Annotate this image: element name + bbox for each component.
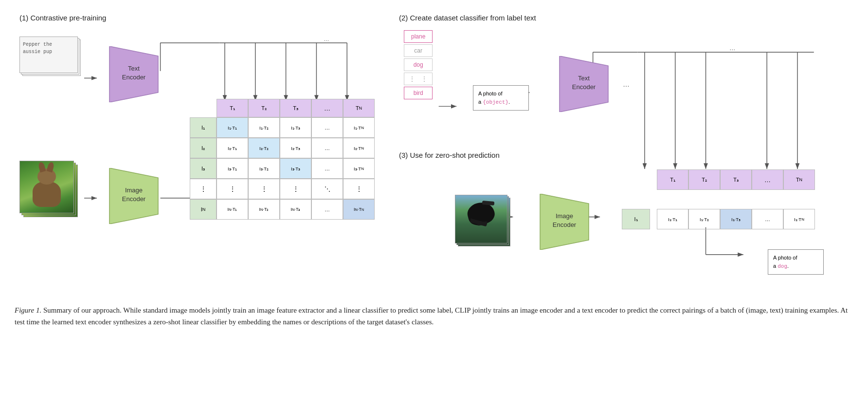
svg-text:Image: Image bbox=[125, 187, 143, 194]
figure-caption: Figure 1. Summary of our approach. While… bbox=[15, 304, 851, 328]
svg-text:Encoder: Encoder bbox=[553, 221, 577, 228]
figure-label: Figure 1. bbox=[15, 306, 41, 314]
caption-text: Summary of our approach. While standard … bbox=[15, 306, 848, 326]
matrix-body: I₁ I₁·T₁ I₁·T₂ I₁·T₃ … I₁·TN I₂ I₂·T₁ I₂… bbox=[217, 117, 375, 220]
svg-text:Encoder: Encoder bbox=[122, 74, 146, 81]
text-encoder-right-dots: … bbox=[623, 80, 630, 88]
bird-image-stack bbox=[455, 195, 512, 247]
diagram-wrapper: … … (1) Contrastive bbox=[15, 10, 853, 297]
svg-text:Encoder: Encoder bbox=[122, 195, 146, 203]
label-list: plane car dog ⋮ ⋮ bird bbox=[404, 30, 433, 101]
svg-text:…: … bbox=[324, 36, 329, 42]
matrix-col-headers: T₁ T₂ T₃ … TN bbox=[217, 99, 375, 117]
svg-text:…: … bbox=[729, 45, 736, 52]
section2-title: (2) Create dataset classifier from label… bbox=[399, 14, 536, 22]
template-box: A photo ofa {object}. bbox=[473, 85, 529, 111]
svg-text:Image: Image bbox=[556, 212, 573, 220]
text-card-content-front: Pepper the aussie pup bbox=[23, 42, 52, 55]
svg-text:Encoder: Encoder bbox=[572, 83, 596, 91]
zeroshot-dot-products: I₁·T₁ I₁·T₂ I₁·T₃ … I₁·TN bbox=[657, 209, 815, 229]
zeroshot-i1-box: I₁ bbox=[622, 209, 650, 229]
image-card-stack bbox=[19, 161, 83, 224]
text-encoder-right: Text Encoder bbox=[550, 56, 618, 114]
result-dog-word: dog bbox=[778, 263, 787, 269]
image-encoder-left: Image Encoder bbox=[100, 168, 168, 226]
zeroshot-t-labels: T₁ T₂ T₃ … TN bbox=[657, 169, 815, 190]
section1-title: (1) Contrastive pre-training bbox=[19, 14, 106, 22]
image-encoder-right: Image Encoder bbox=[530, 194, 598, 252]
svg-text:Text: Text bbox=[578, 75, 590, 82]
result-box: A photo ofa dog. bbox=[768, 249, 824, 275]
svg-text:Text: Text bbox=[128, 65, 140, 72]
section3-title: (3) Use for zero-shot prediction bbox=[399, 151, 500, 160]
text-encoder-left: Text Encoder bbox=[100, 46, 168, 104]
